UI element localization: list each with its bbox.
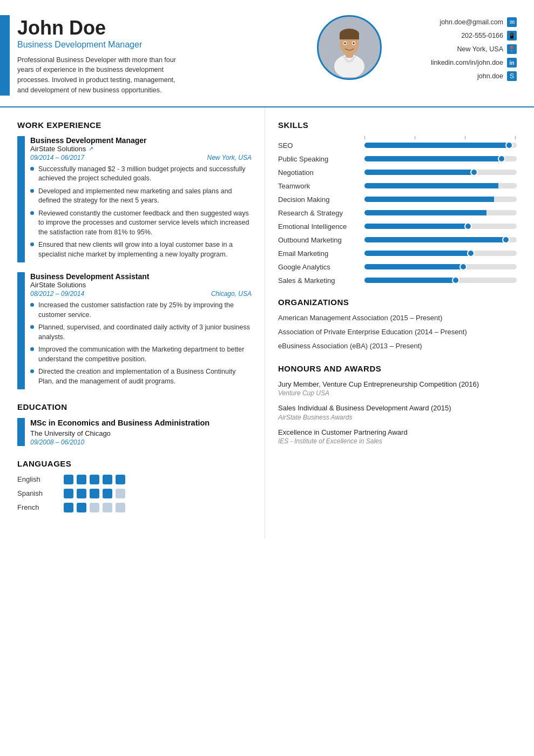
company-2: AirState Solutions [30,281,252,289]
skill-row-1: Public Speaking [278,155,517,163]
skill-bar-bg-9 [364,264,517,269]
lang-dot [103,475,112,484]
tick [465,136,465,139]
skill-bar-bg-10 [364,278,517,283]
bullet-dot [30,211,34,215]
bullet-2-2: Planned, supervised, and coordinated dai… [30,323,252,342]
location-1: New York, USA [207,154,252,161]
skill-name-0: SEO [278,141,359,150]
skill-bar-fill-9 [364,264,463,269]
skill-bar-bg-6 [364,224,517,229]
skill-name-10: Sales & Marketing [278,276,359,285]
lang-dot [103,489,112,498]
left-column: WORK EXPERIENCE Business Development Man… [0,107,265,538]
skill-bar-knob [505,141,513,149]
skills-section: SKILLS SEOPublic SpeakingNegotiationTeam… [278,120,517,285]
skype-text: john.doe [477,72,503,80]
skill-name-5: Research & Strategy [278,209,359,217]
skill-name-1: Public Speaking [278,155,359,163]
phone-icon: 📱 [507,31,517,40]
education-title: EDUCATION [17,402,252,411]
lang-dot [90,475,99,484]
honours-title: HONOURS AND AWARDS [278,364,517,373]
tick [364,136,365,139]
lang-dot [116,503,125,512]
skype-icon: S [507,71,517,81]
languages-title: LANGUAGES [17,459,252,468]
header-name-block: John Doe Business Development Manager Pr… [17,15,301,96]
candidate-name: John Doe [17,17,301,39]
candidate-summary: Professional Business Developer with mor… [17,55,185,96]
email-text: john.doe@gmail.com [440,18,503,26]
svg-point-8 [344,42,346,44]
lang-dot [116,489,125,498]
svg-point-9 [353,42,355,44]
location-icon: 📍 [507,44,517,54]
tick [415,136,415,139]
work-entry-bar-2 [17,272,25,389]
bullet-dot [30,303,34,307]
linkedin-icon: in [507,58,517,68]
skill-bar-knob [459,263,467,271]
edu-entry-bar [17,418,25,446]
dates-2: 08/2012 – 09/2014 [30,290,84,298]
bullet-1-4: Ensured that new clients will grow into … [30,240,252,259]
location-2: Chicago, USA [211,290,252,298]
skill-row-9: Google Analytics [278,263,517,271]
honour-title-3: Excellence in Customer Partnering Award [278,428,517,437]
lang-dot [77,503,86,512]
lang-dot [77,475,86,484]
lang-dot [116,475,125,484]
tick [515,136,516,139]
skill-bar-fill-6 [364,224,468,229]
contact-linkedin: linkedin.com/in/john.doe in [431,58,517,68]
skills-title: SKILLS [278,120,517,130]
skill-name-3: Teamwork [278,182,359,190]
work-experience-title: WORK EXPERIENCE [17,120,252,130]
skill-bar-fill-4 [364,197,494,202]
lang-dot [90,503,99,512]
contact-skype: john.doe S [477,71,517,81]
skill-bar-knob [464,222,472,230]
bullet-1-2: Developed and implemented new marketing … [30,187,252,206]
main-body: WORK EXPERIENCE Business Development Man… [0,107,534,538]
honour-title-2: Sales Individual & Business Development … [278,403,517,413]
skill-row-7: Outbound Marketing [278,236,517,244]
bullet-1-1: Successfully managed $2 - 3 million budg… [30,165,252,184]
honour-item-3: Excellence in Customer Partnering Award … [278,428,517,445]
skill-row-2: Negotiation [278,168,517,177]
bullet-dot [30,167,34,171]
bullet-1-3: Reviewed constantly the customer feedbac… [30,209,252,238]
work-entry-2: Business Development Assistant AirState … [17,272,252,389]
bullet-dot [30,189,34,193]
photo-block [317,15,382,80]
skill-bar-bg-3 [364,183,517,188]
linkedin-text: linkedin.com/in/john.doe [431,59,503,66]
skills-container: SEOPublic SpeakingNegotiationTeamworkDec… [278,141,517,285]
header-accent-bar [0,15,10,96]
skill-bar-knob [502,236,510,244]
honour-org-1: Venture Cup USA [278,389,517,397]
skill-bar-bg-0 [364,143,517,148]
organizations-section: ORGANIZATIONS American Management Associ… [278,298,517,352]
skill-bar-fill-3 [364,183,498,188]
honour-item-2: Sales Individual & Business Development … [278,403,517,421]
skill-name-4: Decision Making [278,195,359,204]
job-title-1: Business Development Manager [30,136,252,145]
lang-row-french: French [17,503,252,512]
skill-name-6: Emotional Intelligence [278,222,359,231]
phone-text: 202-555-0166 [461,32,503,39]
skill-bar-bg-5 [364,210,517,215]
honour-title-1: Jury Member, Venture Cup Entrepreneurshi… [278,380,517,389]
org-item-1: American Management Association (2015 – … [278,313,517,323]
svg-point-1 [334,55,364,77]
skill-name-7: Outbound Marketing [278,236,359,244]
bullet-2-4: Directed the creation and implementation… [30,367,252,386]
skill-bar-fill-5 [364,210,486,215]
skill-row-8: Email Marketing [278,249,517,258]
dates-1: 09/2014 – 06/2017 [30,154,84,161]
work-entry-bar-1 [17,136,25,263]
skill-name-9: Google Analytics [278,263,359,271]
date-location-1: 09/2014 – 06/2017 New York, USA [30,154,252,161]
skill-row-0: SEO [278,141,517,150]
